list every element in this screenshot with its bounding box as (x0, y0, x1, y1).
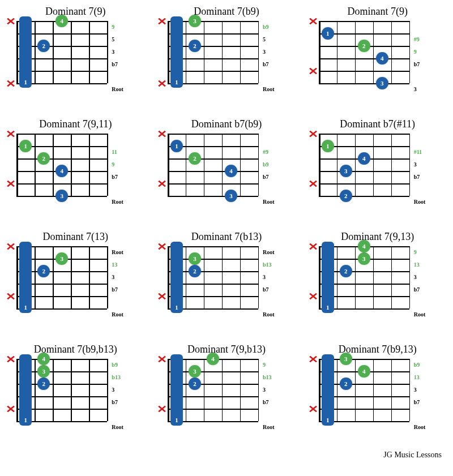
chord-diagram: Dominant 7(b9)✕✕123b953b7Root (154, 6, 300, 96)
interval-labels: 119b7Root (112, 134, 134, 208)
interval-labels: 9133b7Root (414, 246, 437, 321)
finger-dot: 3 (340, 353, 352, 365)
interval-label: 13 (414, 259, 437, 271)
interval-label: b9 (263, 21, 285, 33)
barre: 1 (19, 16, 32, 88)
interval-labels: 9b133b7Root (263, 359, 285, 434)
chord-diagram: Dominant 7(13)✕✕123Root133b7Root (3, 231, 148, 321)
finger-dot: 3 (55, 190, 68, 202)
interval-label: 3 (414, 158, 437, 171)
mute-icon: ✕ (6, 241, 16, 253)
barre: 1 (170, 16, 183, 88)
finger-dot: 2 (340, 378, 352, 390)
interval-label: 5 (112, 33, 134, 46)
interval-label: 9 (414, 46, 437, 58)
finger-dot: 2 (340, 190, 352, 202)
fretboard: ✕✕1234 (319, 246, 409, 308)
interval-label: Root (112, 83, 134, 96)
interval-label: Root (263, 83, 285, 96)
chord-diagram: Dominant 7(9)✕✕1243#99b73 (305, 6, 450, 96)
interval-label: Root (263, 196, 285, 208)
mute-icon: ✕ (156, 15, 166, 28)
chord-title: Dominant 7(9) (45, 6, 105, 18)
finger-dot: 4 (358, 365, 370, 378)
mute-icon: ✕ (156, 403, 166, 415)
finger-dot: 3 (340, 165, 352, 177)
interval-label: #9 (414, 33, 437, 46)
finger-dot: 1 (19, 140, 32, 152)
mute-icon: ✕ (156, 128, 166, 140)
chord-diagram: Dominant 7(9,13)✕✕12349133b7Root (305, 231, 450, 321)
fretboard: ✕✕124 (16, 21, 107, 83)
interval-labels: #9b9b7Root (263, 134, 285, 208)
interval-label: b13 (263, 259, 285, 271)
interval-label: Root (414, 308, 437, 321)
mute-icon: ✕ (307, 65, 318, 78)
interval-labels: #99b73 (414, 21, 437, 96)
mute-icon: ✕ (6, 403, 16, 415)
barre: 1 (322, 242, 334, 313)
finger-dot: 2 (189, 265, 201, 277)
interval-label: Root (263, 421, 285, 434)
chord-diagram: Dominant 7(9,11)✕✕1243119b7Root (3, 118, 148, 208)
chord-diagram: Dominant 7(b9,13)✕✕1234b9133b7Root (305, 344, 450, 434)
finger-dot: 4 (376, 52, 388, 65)
finger-dot: 4 (225, 165, 237, 177)
chord-title: Dominant 7(b13) (191, 231, 262, 243)
interval-label: 3 (263, 271, 285, 284)
interval-label: 11 (112, 146, 134, 158)
interval-label: 3 (414, 271, 437, 284)
mute-icon: ✕ (307, 241, 318, 253)
interval-label: b7 (414, 58, 437, 71)
barre: 1 (19, 242, 32, 313)
interval-label: Root (112, 246, 134, 259)
finger-dot: 3 (189, 365, 201, 378)
mute-icon: ✕ (6, 290, 16, 303)
finger-dot: 3 (37, 365, 50, 378)
finger-dot: 4 (358, 152, 370, 165)
fretboard: ✕✕123 (16, 246, 107, 308)
interval-label: #9 (263, 146, 285, 158)
barre: 1 (170, 242, 183, 313)
interval-label: b7 (112, 171, 134, 183)
finger-dot: 4 (37, 353, 50, 365)
interval-label: 9 (112, 21, 134, 33)
finger-dot: 4 (55, 165, 68, 177)
mute-icon: ✕ (156, 353, 166, 366)
mute-icon: ✕ (156, 178, 166, 190)
chord-grid: Dominant 7(9)✕✕124953b7RootDominant 7(b9… (3, 6, 450, 434)
chord-title: Dominant 7(9) (347, 6, 407, 18)
mute-icon: ✕ (156, 78, 166, 90)
mute-icon: ✕ (6, 353, 16, 366)
interval-label: b9 (263, 158, 285, 171)
fretboard: ✕✕1324 (319, 134, 409, 196)
finger-dot: 2 (189, 152, 201, 165)
mute-icon: ✕ (6, 78, 16, 90)
chord-diagram: Dominant b7(b9)✕✕1243#9b9b7Root (154, 118, 300, 208)
finger-dot: 1 (170, 140, 183, 152)
interval-label: Root (263, 246, 285, 259)
interval-label: b7 (263, 58, 285, 71)
interval-label: 5 (263, 33, 285, 46)
chord-title: Dominant 7(9,11) (39, 118, 112, 130)
finger-dot: 2 (358, 40, 370, 52)
barre: 1 (19, 354, 32, 426)
barre: 1 (322, 354, 334, 426)
barre: 1 (170, 354, 183, 426)
finger-dot: 1 (322, 140, 334, 152)
interval-label: Root (263, 308, 285, 321)
fretboard: ✕✕123 (168, 246, 258, 308)
finger-dot: 2 (189, 378, 201, 390)
chord-diagram: Dominant 7(9)✕✕124953b7Root (3, 6, 148, 96)
mute-icon: ✕ (6, 128, 16, 140)
mute-icon: ✕ (307, 353, 318, 366)
chord-title: Dominant 7(b9) (194, 6, 259, 18)
interval-label: 3 (112, 384, 134, 396)
chord-title: Dominant 7(13) (43, 231, 108, 243)
interval-label: 13 (414, 371, 437, 384)
interval-labels: Rootb133b7Root (263, 246, 285, 321)
interval-label: b7 (263, 284, 285, 296)
footer-credit: JG Music Lessons (3, 451, 450, 460)
interval-label: Root (414, 196, 437, 208)
mute-icon: ✕ (307, 403, 318, 415)
